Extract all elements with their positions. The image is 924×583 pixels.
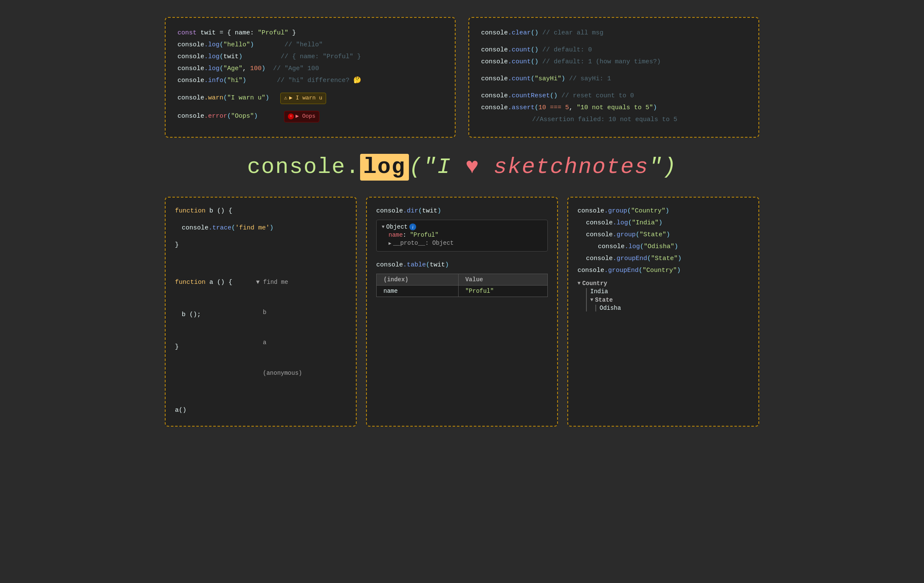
code-plain: twit — [430, 260, 445, 270]
tr-line-2: console.count() // default: 0 — [481, 45, 747, 55]
code-method-warn: .warn — [204, 93, 223, 103]
code-plain: console — [578, 206, 604, 216]
info-icon: i — [409, 224, 416, 230]
code-plain: console — [177, 64, 204, 74]
code-punct: ( — [640, 242, 644, 252]
top-left-panel: const twit = { name: "Proful" } console.… — [165, 17, 456, 138]
code-punct: ) — [437, 206, 441, 216]
banner-heart: ♥ — [465, 155, 479, 180]
state-indent: Odisha — [595, 305, 749, 311]
code-method: .dir — [403, 206, 418, 216]
br-line-3: console.group("State") — [578, 230, 749, 240]
proto-expand-icon: ▶ — [389, 241, 392, 246]
state-triangle: ▼ — [590, 297, 593, 303]
table-row: name "Proful" — [377, 286, 548, 297]
code-plain: console — [586, 254, 613, 264]
code-punct: ) — [445, 260, 449, 270]
code-method-error: .error — [204, 111, 227, 122]
code-comment: // "hi" difference? 🤔 — [277, 76, 361, 86]
code-punct: ( — [636, 230, 639, 240]
country-triangle: ▼ — [578, 280, 580, 286]
code-plain: console — [376, 260, 403, 270]
code-string: "State" — [651, 254, 678, 264]
code-plain: } — [175, 342, 179, 352]
code-string: "State" — [639, 230, 666, 240]
code-plain: console — [177, 111, 204, 122]
code-punct: ) — [265, 93, 277, 103]
code-string: "Age" — [223, 64, 242, 74]
code-string: "sayHi" — [535, 74, 561, 84]
code-plain: a () { — [206, 277, 232, 288]
code-method: .log — [204, 64, 220, 74]
code-plain: twit — [422, 206, 437, 216]
odisha-value: Odisha — [600, 305, 749, 311]
group-tree: ▼ Country India ▼ State Odisha — [578, 280, 749, 311]
india-value: India — [590, 288, 749, 295]
country-indent: India ▼ State Odisha — [586, 288, 749, 311]
code-method: .count — [508, 45, 531, 55]
tr-line-1: console.clear() // clear all msg — [481, 28, 747, 38]
country-group-row: ▼ Country — [578, 280, 749, 287]
fn-b-def: function b () { — [175, 206, 346, 216]
code-punct: ( — [220, 40, 223, 50]
bottom-row: function b () { console.trace('find me')… — [165, 197, 759, 427]
br-line-5: console.groupEnd("State") — [578, 254, 749, 264]
code-punct: ( — [231, 223, 235, 233]
code-punct: ) — [239, 52, 281, 62]
banner-sketchnotes: sketchnotes — [479, 155, 648, 180]
dir-name-row: name : "Proful" — [389, 232, 542, 238]
code-punct: ) — [665, 206, 669, 216]
banner-close: ") — [649, 155, 677, 180]
table-header-value: Value — [458, 274, 547, 286]
code-line-4: console.log("Age", 100) // "Age" 100 — [177, 64, 443, 74]
code-punct: ) — [561, 74, 565, 84]
state-group-row: ▼ State — [590, 297, 749, 303]
code-number: 10 === 5 — [538, 103, 569, 113]
code-punct: ) — [678, 254, 682, 264]
code-punct: ) — [270, 223, 273, 233]
call-a: a() — [175, 405, 346, 416]
state-label: State — [595, 297, 613, 303]
code-punct: ( — [220, 52, 223, 62]
tr-line-6: console.assert(10 === 5, "10 not equals … — [481, 103, 747, 113]
code-line-error: console.error("Oops") ▶ Oops — [177, 111, 443, 122]
trace-line-2: b — [263, 308, 302, 318]
dir-val: "Proful" — [410, 232, 438, 238]
fn-a-close: } — [175, 342, 232, 352]
code-line-warn: console.warn("I warn u") ▶ I warn u — [177, 93, 443, 104]
banner-log: log — [360, 154, 409, 181]
code-comment: // sayHi: 1 — [565, 74, 611, 84]
code-method: .trace — [208, 223, 231, 233]
table-line: console.table(twit) — [376, 260, 548, 270]
tr-line-7: //Assertion failed: 10 not equals to 5 — [481, 115, 747, 125]
code-string: "Oops" — [231, 111, 254, 122]
code-method: .clear — [508, 28, 531, 38]
code-plain: console — [481, 103, 508, 113]
br-line-2: console.log("India") — [578, 218, 749, 228]
code-plain: name: — [235, 28, 258, 38]
code-punct: ) — [674, 242, 678, 252]
code-string: "India" — [632, 218, 659, 228]
dir-object-label: ▼ Object i — [382, 224, 542, 230]
code-plain: console — [481, 57, 508, 67]
code-plain: console — [598, 242, 625, 252]
code-punct: ) — [250, 40, 285, 50]
code-punct: ) — [659, 218, 662, 228]
trace-line-4: (anonymous) — [263, 368, 302, 379]
code-method: .table — [403, 260, 426, 270]
dir-key: name — [389, 232, 403, 238]
code-comment: // clear all msg — [538, 28, 603, 38]
code-string: "10 not equals to 5" — [577, 103, 653, 113]
expand-icon: ▼ — [382, 224, 385, 229]
code-comment: //Assertion failed: 10 not equals to 5 — [481, 115, 677, 125]
code-punct: () — [531, 57, 538, 67]
code-punct: ) — [677, 266, 681, 276]
fn-a-def: function a () { b (); } ▼ find me b a (a… — [175, 257, 346, 399]
bottom-middle-panel: console.dir(twit) ▼ Object i name : "Pro… — [366, 197, 558, 427]
code-string: "Country" — [642, 266, 677, 276]
code-method: .assert — [508, 103, 535, 113]
code-string: "Country" — [631, 206, 665, 216]
code-string: 'find me' — [235, 223, 270, 233]
code-comment: // { name: "Proful" } — [281, 52, 361, 62]
code-plain: console — [481, 28, 508, 38]
